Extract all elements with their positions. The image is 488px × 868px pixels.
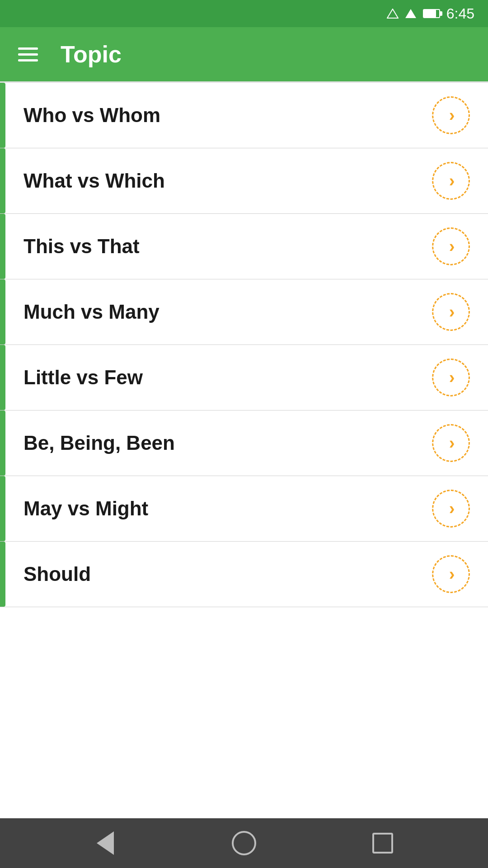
- item-label: This vs That: [23, 235, 140, 258]
- arrow-button[interactable]: ›: [432, 359, 470, 396]
- chevron-right-icon: ›: [449, 500, 455, 517]
- green-bar: [0, 542, 5, 607]
- list-item[interactable]: Be, Being, Been ›: [0, 410, 488, 476]
- signal-empty-icon: [387, 9, 399, 19]
- item-label: Much vs Many: [23, 301, 160, 323]
- status-bar: 6:45: [0, 0, 488, 27]
- green-bar: [0, 279, 5, 344]
- green-bar: [0, 148, 5, 213]
- green-bar: [0, 214, 5, 279]
- arrow-button[interactable]: ›: [432, 96, 470, 134]
- green-bar: [0, 476, 5, 541]
- recents-icon: [372, 833, 393, 854]
- chevron-right-icon: ›: [449, 369, 455, 386]
- arrow-button[interactable]: ›: [432, 162, 470, 200]
- status-icons: 6:45: [387, 5, 474, 22]
- item-label: Should: [23, 563, 91, 585]
- arrow-button[interactable]: ›: [432, 424, 470, 462]
- list-item[interactable]: Who vs Whom ›: [0, 83, 488, 148]
- signal-filled-icon: [405, 9, 417, 19]
- green-bar: [0, 83, 5, 148]
- list-item[interactable]: Much vs Many ›: [0, 279, 488, 345]
- list-item[interactable]: What vs Which ›: [0, 148, 488, 214]
- status-time: 6:45: [446, 5, 474, 22]
- green-bar: [0, 345, 5, 410]
- arrow-button[interactable]: ›: [432, 227, 470, 265]
- list-item[interactable]: Little vs Few ›: [0, 345, 488, 410]
- chevron-right-icon: ›: [449, 107, 455, 124]
- menu-icon[interactable]: [18, 47, 38, 61]
- home-button[interactable]: [226, 825, 262, 861]
- item-label: Be, Being, Been: [23, 432, 175, 454]
- battery-icon: [423, 9, 440, 18]
- chevron-right-icon: ›: [449, 566, 455, 583]
- green-bar: [0, 410, 5, 476]
- item-label: What vs Which: [23, 170, 165, 192]
- item-label: May vs Might: [23, 497, 148, 520]
- item-label: Little vs Few: [23, 366, 143, 389]
- arrow-button[interactable]: ›: [432, 293, 470, 331]
- chevron-right-icon: ›: [449, 434, 455, 452]
- chevron-right-icon: ›: [449, 303, 455, 321]
- svg-marker-1: [405, 9, 416, 18]
- back-icon: [97, 831, 114, 855]
- chevron-right-icon: ›: [449, 172, 455, 189]
- list-item[interactable]: Should ›: [0, 542, 488, 607]
- arrow-button[interactable]: ›: [432, 490, 470, 528]
- list-item[interactable]: This vs That ›: [0, 214, 488, 279]
- list-item[interactable]: May vs Might ›: [0, 476, 488, 542]
- nav-bar: [0, 818, 488, 868]
- arrow-button[interactable]: ›: [432, 555, 470, 593]
- app-bar: Topic: [0, 27, 488, 81]
- chevron-right-icon: ›: [449, 238, 455, 255]
- topic-list: Who vs Whom › What vs Which › This vs Th…: [0, 81, 488, 818]
- recents-button[interactable]: [365, 825, 401, 861]
- item-label: Who vs Whom: [23, 104, 160, 127]
- home-icon: [232, 831, 256, 855]
- app-title: Topic: [61, 41, 122, 68]
- back-button[interactable]: [87, 825, 123, 861]
- svg-marker-0: [387, 9, 398, 18]
